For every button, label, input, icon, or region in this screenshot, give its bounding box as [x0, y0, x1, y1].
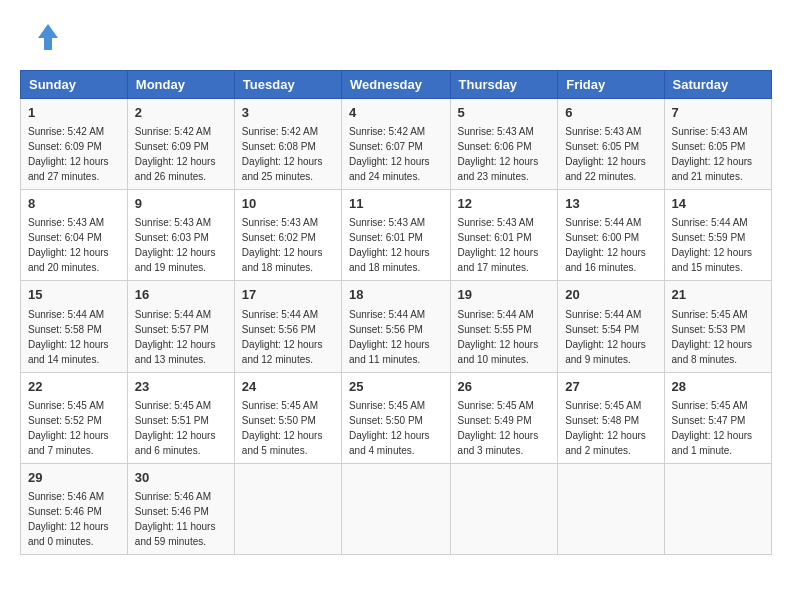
cell-line: Sunset: 6:09 PM — [135, 139, 227, 154]
day-number: 12 — [458, 195, 551, 213]
day-number: 6 — [565, 104, 656, 122]
calendar-cell: 15Sunrise: 5:44 AMSunset: 5:58 PMDayligh… — [21, 281, 128, 372]
calendar-header-row: SundayMondayTuesdayWednesdayThursdayFrid… — [21, 71, 772, 99]
calendar-cell: 19Sunrise: 5:44 AMSunset: 5:55 PMDayligh… — [450, 281, 558, 372]
day-number: 10 — [242, 195, 334, 213]
day-number: 17 — [242, 286, 334, 304]
cell-line: Daylight: 12 hours — [565, 245, 656, 260]
calendar-week-1: 1Sunrise: 5:42 AMSunset: 6:09 PMDaylight… — [21, 99, 772, 190]
cell-line: and 2 minutes. — [565, 443, 656, 458]
day-number: 28 — [672, 378, 764, 396]
cell-line: and 5 minutes. — [242, 443, 334, 458]
cell-line: Sunset: 5:52 PM — [28, 413, 120, 428]
cell-line: and 8 minutes. — [672, 352, 764, 367]
cell-line: Sunset: 5:54 PM — [565, 322, 656, 337]
col-header-wednesday: Wednesday — [342, 71, 451, 99]
day-number: 30 — [135, 469, 227, 487]
cell-line: Sunset: 5:57 PM — [135, 322, 227, 337]
calendar-body: 1Sunrise: 5:42 AMSunset: 6:09 PMDaylight… — [21, 99, 772, 555]
cell-line: Sunset: 6:06 PM — [458, 139, 551, 154]
calendar-cell: 24Sunrise: 5:45 AMSunset: 5:50 PMDayligh… — [234, 372, 341, 463]
calendar-cell: 12Sunrise: 5:43 AMSunset: 6:01 PMDayligh… — [450, 190, 558, 281]
cell-line: Daylight: 12 hours — [458, 428, 551, 443]
calendar-cell: 14Sunrise: 5:44 AMSunset: 5:59 PMDayligh… — [664, 190, 771, 281]
cell-line: Daylight: 12 hours — [565, 154, 656, 169]
calendar-cell — [450, 463, 558, 554]
cell-line: Sunrise: 5:44 AM — [135, 307, 227, 322]
cell-line: Sunrise: 5:44 AM — [565, 215, 656, 230]
day-number: 7 — [672, 104, 764, 122]
calendar-cell: 26Sunrise: 5:45 AMSunset: 5:49 PMDayligh… — [450, 372, 558, 463]
cell-line: Sunset: 5:53 PM — [672, 322, 764, 337]
logo-icon — [20, 16, 60, 56]
cell-line: Daylight: 12 hours — [672, 154, 764, 169]
cell-line: and 18 minutes. — [242, 260, 334, 275]
cell-line: Sunrise: 5:45 AM — [672, 307, 764, 322]
col-header-thursday: Thursday — [450, 71, 558, 99]
cell-line: Daylight: 12 hours — [458, 154, 551, 169]
day-number: 20 — [565, 286, 656, 304]
cell-line: Daylight: 12 hours — [28, 245, 120, 260]
cell-line: Sunrise: 5:42 AM — [349, 124, 443, 139]
cell-line: Daylight: 12 hours — [28, 428, 120, 443]
cell-line: and 12 minutes. — [242, 352, 334, 367]
cell-line: Daylight: 12 hours — [135, 337, 227, 352]
cell-line: Sunrise: 5:44 AM — [242, 307, 334, 322]
day-number: 25 — [349, 378, 443, 396]
cell-line: Sunrise: 5:43 AM — [458, 124, 551, 139]
cell-line: Sunset: 5:47 PM — [672, 413, 764, 428]
cell-line: Daylight: 12 hours — [135, 428, 227, 443]
cell-line: Sunrise: 5:45 AM — [565, 398, 656, 413]
cell-line: Sunrise: 5:45 AM — [349, 398, 443, 413]
cell-line: and 24 minutes. — [349, 169, 443, 184]
cell-line: Daylight: 12 hours — [349, 245, 443, 260]
cell-line: Daylight: 12 hours — [349, 337, 443, 352]
cell-line: Sunset: 6:05 PM — [672, 139, 764, 154]
cell-line: Sunrise: 5:44 AM — [672, 215, 764, 230]
cell-line: Daylight: 12 hours — [565, 337, 656, 352]
cell-line: Daylight: 12 hours — [28, 519, 120, 534]
cell-line: and 21 minutes. — [672, 169, 764, 184]
cell-line: and 1 minute. — [672, 443, 764, 458]
day-number: 18 — [349, 286, 443, 304]
calendar-cell: 27Sunrise: 5:45 AMSunset: 5:48 PMDayligh… — [558, 372, 664, 463]
cell-line: Sunrise: 5:45 AM — [135, 398, 227, 413]
calendar-cell: 1Sunrise: 5:42 AMSunset: 6:09 PMDaylight… — [21, 99, 128, 190]
cell-line: Sunset: 6:08 PM — [242, 139, 334, 154]
cell-line: and 11 minutes. — [349, 352, 443, 367]
cell-line: and 13 minutes. — [135, 352, 227, 367]
day-number: 14 — [672, 195, 764, 213]
cell-line: Daylight: 12 hours — [242, 428, 334, 443]
cell-line: Sunrise: 5:43 AM — [28, 215, 120, 230]
cell-line: Daylight: 12 hours — [349, 428, 443, 443]
day-number: 26 — [458, 378, 551, 396]
cell-line: and 14 minutes. — [28, 352, 120, 367]
day-number: 23 — [135, 378, 227, 396]
day-number: 11 — [349, 195, 443, 213]
calendar-week-5: 29Sunrise: 5:46 AMSunset: 5:46 PMDayligh… — [21, 463, 772, 554]
cell-line: and 9 minutes. — [565, 352, 656, 367]
cell-line: Sunset: 5:50 PM — [242, 413, 334, 428]
cell-line: Daylight: 12 hours — [242, 154, 334, 169]
day-number: 9 — [135, 195, 227, 213]
cell-line: Sunrise: 5:44 AM — [349, 307, 443, 322]
cell-line: Sunset: 5:50 PM — [349, 413, 443, 428]
logo — [20, 16, 64, 60]
cell-line: Sunset: 5:51 PM — [135, 413, 227, 428]
col-header-saturday: Saturday — [664, 71, 771, 99]
day-number: 21 — [672, 286, 764, 304]
cell-line: and 26 minutes. — [135, 169, 227, 184]
cell-line: Daylight: 12 hours — [28, 154, 120, 169]
cell-line: Daylight: 12 hours — [349, 154, 443, 169]
cell-line: Sunrise: 5:45 AM — [458, 398, 551, 413]
page-header — [20, 16, 772, 60]
calendar-week-3: 15Sunrise: 5:44 AMSunset: 5:58 PMDayligh… — [21, 281, 772, 372]
cell-line: Sunrise: 5:46 AM — [28, 489, 120, 504]
cell-line: Daylight: 12 hours — [672, 245, 764, 260]
day-number: 19 — [458, 286, 551, 304]
cell-line: and 16 minutes. — [565, 260, 656, 275]
calendar-cell: 7Sunrise: 5:43 AMSunset: 6:05 PMDaylight… — [664, 99, 771, 190]
calendar-cell: 13Sunrise: 5:44 AMSunset: 6:00 PMDayligh… — [558, 190, 664, 281]
cell-line: Sunset: 5:55 PM — [458, 322, 551, 337]
calendar-cell: 11Sunrise: 5:43 AMSunset: 6:01 PMDayligh… — [342, 190, 451, 281]
